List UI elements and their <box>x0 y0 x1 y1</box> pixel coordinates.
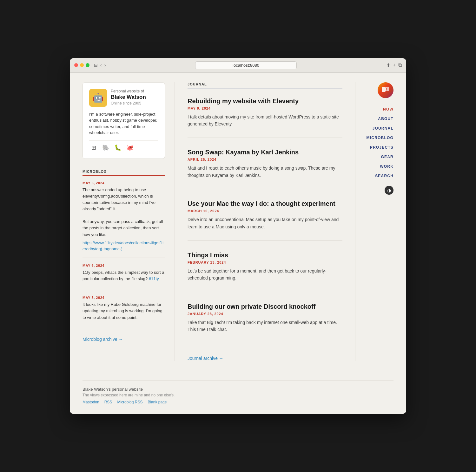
browser-window: ⊟ ‹ › ⬆ + ⧉ 🤖 Personal website of <box>70 58 406 414</box>
journal-entry-title[interactable]: Song Swap: Kayama by Karl Jenkins <box>188 148 342 156</box>
list-item: MAY 5, 2024 It looks like my Rube Goldbe… <box>83 296 165 328</box>
profile-since: Online since 2005 <box>111 101 146 105</box>
nav-link-microblog[interactable]: MICROBLOG <box>367 136 393 140</box>
entry-text: The answer ended up being to use elevent… <box>83 187 165 238</box>
journal-entry-excerpt: Delve into an unconventional Mac setup a… <box>188 216 342 230</box>
theme-icon: ◑ <box>387 188 391 193</box>
url-input[interactable] <box>195 61 297 69</box>
footer-link-blank-page[interactable]: Blank page <box>148 400 167 404</box>
entry-text: It looks like my Rube Goldberg machine f… <box>83 301 165 320</box>
table-row: Song Swap: Kayama by Karl Jenkins APRIL … <box>188 148 342 189</box>
nav-link-now[interactable]: NOW <box>383 107 393 111</box>
table-row: Building our own private Discord knockof… <box>188 302 342 343</box>
logo-text <box>381 85 390 95</box>
footer-title: Blake Watson's personal website <box>83 387 393 392</box>
page-content: 🤖 Personal website of Blake Watson Onlin… <box>70 73 406 414</box>
journal-entry-excerpt: Matt and I react to each other's music b… <box>188 165 342 179</box>
table-row: Rebuilding my website with Eleventy MAY … <box>188 97 342 138</box>
hashtag-link[interactable]: #11ty <box>149 276 159 281</box>
profile-name: Blake Watson <box>111 94 146 100</box>
table-row: Things I miss FEBRUARY 13, 2024 Let's be… <box>188 251 342 292</box>
entry-date: MAY 5, 2024 <box>83 296 165 300</box>
github-icon[interactable]: 🐙 <box>125 143 134 152</box>
journal-archive-link[interactable]: Journal archive → <box>188 356 223 361</box>
journal-entry-date: APRIL 25, 2024 <box>188 158 342 161</box>
journal-entry-title[interactable]: Things I miss <box>188 251 342 259</box>
share-icon[interactable]: ⬆ <box>386 62 390 68</box>
profile-header: 🤖 Personal website of Blake Watson Onlin… <box>89 89 158 107</box>
journal-section-title: JOURNAL <box>188 82 342 89</box>
profile-card: 🤖 Personal website of Blake Watson Onlin… <box>83 82 165 159</box>
avatar: 🤖 <box>89 89 107 107</box>
footer-subtitle: The views expressed here are mine and no… <box>83 393 393 397</box>
journal-entry-title[interactable]: Building our own private Discord knockof… <box>188 302 342 311</box>
address-bar <box>109 61 383 69</box>
profile-bio: I'm a software engineer, side-project en… <box>89 111 158 136</box>
browser-controls: ⊟ ‹ › <box>94 63 106 68</box>
microblog-archive-link[interactable]: Microblog archive → <box>83 337 123 342</box>
nav-link-journal[interactable]: JOURNAL <box>373 126 393 131</box>
entry-date: MAY 6, 2024 <box>83 181 165 185</box>
footer-links: Mastodon RSS Microblog RSS Blank page <box>83 400 393 404</box>
journal-entry-excerpt: Take that Big Tech! I'm taking back my i… <box>188 319 342 333</box>
nav-links: NOW ABOUT JOURNAL MICROBLOG PROJECTS GEA… <box>367 107 393 178</box>
profile-label: Personal website of <box>111 89 146 93</box>
sidebar-toggle[interactable]: ⊟ <box>94 63 98 68</box>
journal-entry-date: JANUARY 28, 2024 <box>188 312 342 316</box>
nav-link-work[interactable]: WORK <box>380 164 393 169</box>
profile-meta: Personal website of Blake Watson Online … <box>111 89 146 105</box>
minimize-button[interactable] <box>80 63 84 67</box>
logo-svg <box>381 85 390 93</box>
social-icons: ⊞ 🐘 🐛 🐙 <box>89 140 158 152</box>
right-nav: NOW ABOUT JOURNAL MICROBLOG PROJECTS GEA… <box>355 82 393 361</box>
journal-entry-date: MAY 9, 2024 <box>188 106 342 110</box>
nav-link-about[interactable]: ABOUT <box>378 117 393 121</box>
journal-entry-title[interactable]: Rebuilding my website with Eleventy <box>188 97 342 105</box>
journal-entry-date: FEBRUARY 13, 2024 <box>188 260 342 264</box>
cohost-icon[interactable]: 🐛 <box>113 143 122 152</box>
avatar-emoji: 🤖 <box>93 92 104 103</box>
close-button[interactable] <box>74 63 78 67</box>
maximize-button[interactable] <box>86 63 89 67</box>
list-item: MAY 6, 2024 11ty peeps, what's the simpl… <box>83 264 165 290</box>
nav-link-search[interactable]: SEARCH <box>375 174 393 178</box>
new-tab-icon[interactable]: + <box>393 62 396 68</box>
nav-link-projects[interactable]: PROJECTS <box>370 145 393 150</box>
forward-button[interactable]: › <box>104 63 106 68</box>
journal-entry-excerpt: I talk details about moving my site from… <box>188 113 342 128</box>
mastodon-icon[interactable]: 🐘 <box>101 143 110 152</box>
back-button[interactable]: ‹ <box>100 63 102 68</box>
journal-entry-date: MARCH 16, 2024 <box>188 209 342 213</box>
rss-icon[interactable]: ⊞ <box>89 143 98 152</box>
journal-entry-title[interactable]: Use your Mac the way I do: a thought exp… <box>188 199 342 208</box>
microblog-section: MICROBLOG MAY 6, 2024 The answer ended u… <box>83 168 165 342</box>
left-sidebar: 🤖 Personal website of Blake Watson Onlin… <box>83 82 175 361</box>
site-footer: Blake Watson's personal website The view… <box>83 380 393 404</box>
footer-link-rss[interactable]: RSS <box>104 400 112 404</box>
journal-entry-excerpt: Let's be sad together for a moment, and … <box>188 267 342 282</box>
site-logo[interactable] <box>378 82 393 98</box>
theme-toggle-button[interactable]: ◑ <box>385 186 393 195</box>
entry-link[interactable]: https://www.11ty.dev/docs/collections/#g… <box>83 240 164 251</box>
browser-actions: ⬆ + ⧉ <box>386 62 402 68</box>
list-item: MAY 6, 2024 The answer ended up being to… <box>83 181 165 258</box>
nav-link-gear[interactable]: GEAR <box>381 155 393 159</box>
footer-link-microblog-rss[interactable]: Microblog RSS <box>117 400 142 404</box>
tabs-icon[interactable]: ⧉ <box>398 62 402 68</box>
footer-link-mastodon[interactable]: Mastodon <box>83 400 99 404</box>
entry-date: MAY 6, 2024 <box>83 264 165 267</box>
main-content: JOURNAL Rebuilding my website with Eleve… <box>175 82 355 361</box>
traffic-lights <box>74 63 89 67</box>
table-row: Use your Mac the way I do: a thought exp… <box>188 199 342 241</box>
browser-chrome: ⊟ ‹ › ⬆ + ⧉ <box>70 58 406 73</box>
entry-text: 11ty peeps, what's the simplest way to s… <box>83 269 165 282</box>
microblog-section-title: MICROBLOG <box>83 170 165 176</box>
